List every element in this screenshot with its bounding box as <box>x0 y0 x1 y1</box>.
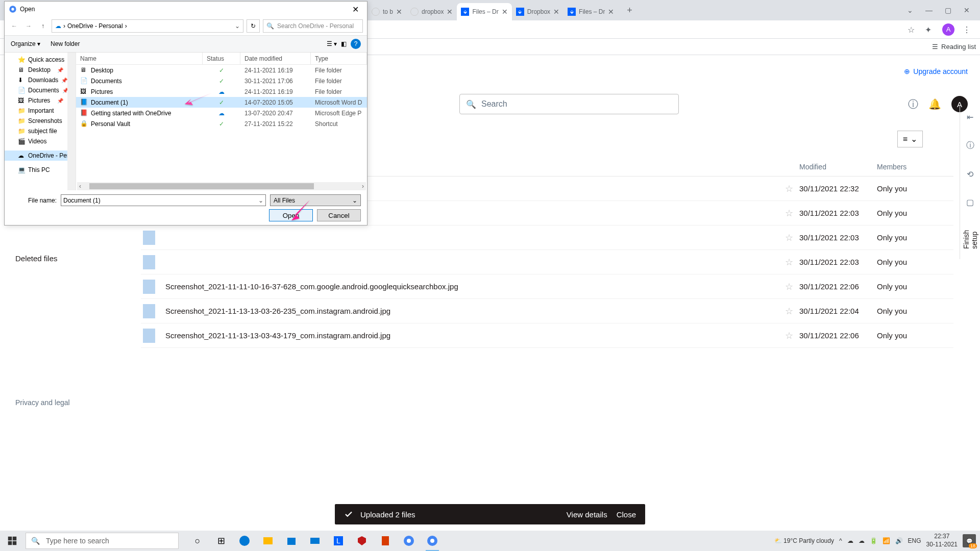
clock[interactable]: 22:37 30-11-2021 <box>926 533 958 548</box>
filename-input[interactable]: Document (1) ⌄ <box>61 194 266 206</box>
collapse-icon[interactable]: ⇤ <box>967 112 973 122</box>
browser-tab[interactable]: ⬙Dropbox✕ <box>512 3 564 20</box>
path-segment[interactable]: OneDrive - Personal <box>67 22 123 30</box>
star-button[interactable]: ☆ <box>779 281 799 292</box>
col-date[interactable]: Date modified <box>240 53 311 64</box>
sidebar-scrollbar[interactable] <box>67 53 76 190</box>
sidebar-item[interactable]: 🎬Videos <box>5 136 76 146</box>
language-indicator[interactable]: ENG <box>908 537 921 544</box>
col-type[interactable]: Type <box>311 53 367 64</box>
tab-close-icon[interactable]: ✕ <box>447 8 453 16</box>
file-row[interactable]: ☆30/11/2021 22:03Only you <box>141 226 953 250</box>
mail-icon[interactable] <box>304 531 326 551</box>
close-icon[interactable]: ✕ <box>964 6 970 14</box>
tray-expand-icon[interactable]: ^ <box>839 537 842 544</box>
star-button[interactable]: ☆ <box>779 208 799 219</box>
browser-tab[interactable]: to b✕ <box>368 3 406 20</box>
comment-icon[interactable]: ▢ <box>966 197 974 207</box>
path-breadcrumb[interactable]: ☁ › OneDrive - Personal › ⌄ <box>52 19 243 33</box>
col-modified[interactable]: Modified <box>799 163 877 171</box>
col-status[interactable]: Status <box>203 53 240 64</box>
toast-view-details[interactable]: View details <box>567 510 607 519</box>
dialog-close-button[interactable]: ✕ <box>348 5 363 14</box>
weather-widget[interactable]: ⛅ 19°C Partly cloudy <box>774 537 834 544</box>
tab-close-icon[interactable]: ✕ <box>502 8 508 16</box>
tab-close-icon[interactable]: ✕ <box>608 8 614 16</box>
task-view-icon[interactable]: ⊞ <box>210 531 232 551</box>
view-toggle-button[interactable]: ≡ ⌄ <box>897 131 923 147</box>
sidebar-item[interactable]: 📁subject file <box>5 126 76 136</box>
list-row[interactable]: 📘Document (1)✓14-07-2020 15:05Microsoft … <box>76 97 367 108</box>
tab-close-icon[interactable]: ✕ <box>553 8 559 16</box>
sidebar-item[interactable]: ⬇Downloads📌 <box>5 75 76 85</box>
col-name[interactable]: Name <box>76 53 203 64</box>
volume-icon[interactable]: 🔊 <box>895 537 903 544</box>
notifications-button[interactable]: 💬 <box>963 534 976 547</box>
up-button[interactable]: ↑ <box>37 22 48 30</box>
chrome-icon-active[interactable] <box>422 531 443 551</box>
refresh-button[interactable]: ↻ <box>247 19 260 33</box>
list-row[interactable]: 🖼Pictures☁24-11-2021 16:19File folder <box>76 86 367 97</box>
start-button[interactable] <box>0 531 24 551</box>
onedrive-tray-icon[interactable]: ☁ <box>847 537 853 544</box>
cancel-button[interactable]: Cancel <box>317 209 361 221</box>
store-icon[interactable] <box>281 531 302 551</box>
organize-button[interactable]: Organize ▾ <box>11 40 40 47</box>
sidebar-item[interactable]: 🖼Pictures📌 <box>5 95 76 106</box>
preview-pane-button[interactable]: ◧ <box>341 40 347 47</box>
sidebar-item[interactable]: 📁Important <box>5 106 76 116</box>
back-button[interactable]: ← <box>9 22 20 30</box>
view-options-button[interactable]: ☰ ▾ <box>327 40 337 47</box>
browser-tab[interactable]: dropbox✕ <box>406 3 457 20</box>
star-icon[interactable]: ☆ <box>908 25 917 34</box>
sidebar-item[interactable]: 📁Screenshots <box>5 116 76 126</box>
list-row[interactable]: 📕Getting started with OneDrive☁13-07-202… <box>76 108 367 118</box>
nav-deleted-files[interactable]: Deleted files <box>0 250 122 267</box>
horizontal-scrollbar[interactable]: ‹ › <box>77 182 366 190</box>
new-folder-button[interactable]: New folder <box>51 40 80 47</box>
battery-icon[interactable]: 🔋 <box>870 537 877 544</box>
file-row[interactable]: Screenshot_2021-11-13-13-03-43-179_com.i… <box>141 323 953 348</box>
explorer-icon[interactable] <box>257 531 279 551</box>
chevron-down-icon[interactable]: ⌄ <box>235 22 240 30</box>
file-row[interactable]: ☆30/11/2021 22:03Only you <box>141 250 953 274</box>
menu-icon[interactable]: ⋮ <box>963 25 972 34</box>
sidebar-item[interactable]: 💻This PC <box>5 165 76 175</box>
new-tab-button[interactable]: + <box>622 3 636 17</box>
finish-setup-tab[interactable]: Finish setup <box>962 226 978 249</box>
extensions-icon[interactable]: ✦ <box>925 25 934 34</box>
list-row[interactable]: 🖥Desktop✓24-11-2021 16:19File folder <box>76 65 367 76</box>
notifications-icon[interactable]: 🔔 <box>928 98 941 110</box>
wifi-icon[interactable]: 📶 <box>883 537 890 544</box>
star-button[interactable]: ☆ <box>779 257 799 268</box>
upgrade-account-link[interactable]: ⊕ Upgrade account <box>904 67 968 76</box>
cortana-icon[interactable]: ○ <box>187 531 208 551</box>
onedrive-tray-icon-2[interactable]: ☁ <box>859 537 865 544</box>
sidebar-item[interactable]: ⭐Quick access <box>5 55 76 65</box>
list-row[interactable]: 📄Documents✓30-11-2021 17:06File folder <box>76 76 367 86</box>
sidebar-item[interactable]: 🖥Desktop📌 <box>5 65 76 75</box>
toast-close[interactable]: Close <box>617 510 636 519</box>
chrome-icon[interactable] <box>398 531 420 551</box>
file-row[interactable]: Screenshot_2021-11-11-10-16-37-628_com.g… <box>141 274 953 299</box>
tab-close-icon[interactable]: ✕ <box>396 8 402 16</box>
mcafee-icon[interactable] <box>351 531 373 551</box>
info-icon[interactable]: ⓘ <box>966 140 974 151</box>
browser-tab[interactable]: ⬙Files – Dr✕ <box>564 3 618 20</box>
star-button[interactable]: ☆ <box>779 330 799 341</box>
nav-privacy[interactable]: Privacy and legal <box>0 394 122 411</box>
sidebar-item[interactable]: ☁OneDrive - Person <box>5 151 76 161</box>
help-button[interactable]: ? <box>351 39 361 49</box>
reading-list-button[interactable]: Reading list <box>941 43 976 51</box>
list-row[interactable]: 🔒Personal Vault✓27-11-2021 15:22Shortcut <box>76 118 367 129</box>
col-members[interactable]: Members <box>877 163 953 171</box>
forward-button[interactable]: → <box>23 22 34 30</box>
file-row[interactable]: Screenshot_2021-11-13-13-03-26-235_com.i… <box>141 299 953 323</box>
browser-tab[interactable]: ⬙Files – Dr✕ <box>457 3 511 20</box>
minimize-icon[interactable]: — <box>925 6 933 14</box>
search-input[interactable]: 🔍 Search <box>459 94 679 114</box>
rewind-icon[interactable]: ⟲ <box>967 169 973 179</box>
chevron-down-icon[interactable]: ⌄ <box>907 6 913 14</box>
taskbar-search[interactable]: 🔍 Type here to search <box>26 533 179 549</box>
maximize-icon[interactable]: ▢ <box>945 6 951 14</box>
